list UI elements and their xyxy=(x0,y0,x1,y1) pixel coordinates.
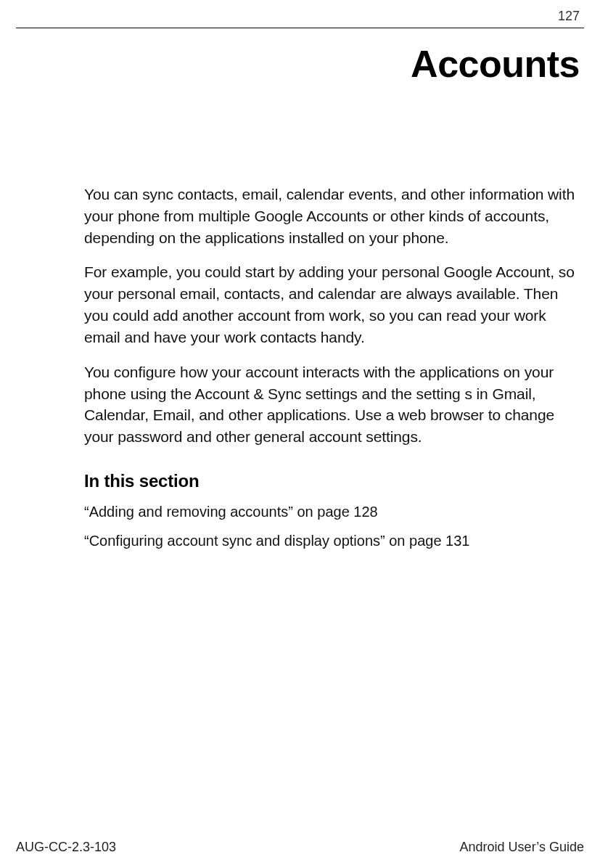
toc-link[interactable]: “Adding and removing accounts” on page 1… xyxy=(84,501,580,522)
footer-guide-title: Android User’s Guide xyxy=(460,840,584,855)
footer: AUG-CC-2.3-103 Android User’s Guide xyxy=(16,840,584,855)
section-heading: In this section xyxy=(84,471,580,491)
footer-doc-id: AUG-CC-2.3-103 xyxy=(16,840,116,855)
page-number: 127 xyxy=(558,9,580,24)
body-paragraph: For example, you could start by adding y… xyxy=(84,261,580,348)
chapter-title: Accounts xyxy=(411,42,580,86)
content-area: You can sync contacts, email, calendar e… xyxy=(84,184,580,560)
body-paragraph: You can sync contacts, email, calendar e… xyxy=(84,184,580,248)
header-rule xyxy=(16,28,584,28)
body-paragraph: You configure how your account interacts… xyxy=(84,361,580,448)
toc-link[interactable]: “Configuring account sync and display op… xyxy=(84,531,580,551)
